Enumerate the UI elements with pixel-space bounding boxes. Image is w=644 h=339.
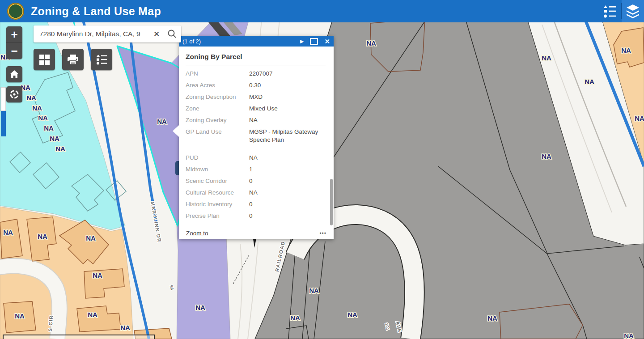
zoom-out-button[interactable]: − — [6, 43, 22, 59]
parcel-na-label: NA — [635, 114, 644, 122]
field-value: Mixed Use — [249, 105, 326, 113]
popup-fields: APN2207007Area Acres0.30Zoning Descripti… — [186, 68, 326, 222]
basemap-grid-icon — [39, 55, 50, 65]
basemap-gallery-button[interactable] — [34, 49, 55, 70]
popup-field-row: Precise Plan0 — [186, 210, 326, 222]
field-value: MGSP - Milpitas Gateway Specific Plan — [249, 128, 326, 144]
scale-bar — [3, 335, 154, 339]
feature-popup: (1 of 2) ▶ ✕ Zoning By Parcel APN2207007… — [179, 36, 334, 239]
parcel-na-label: NA — [32, 104, 42, 112]
parcel-na-label: NA — [50, 135, 59, 142]
field-label: Zoning Description — [186, 93, 249, 101]
search-icon — [167, 29, 177, 39]
popup-field-row: GP Land UseMGSP - Milpitas Gateway Speci… — [186, 126, 326, 146]
legend-button[interactable] — [598, 0, 621, 22]
edge-panel-scrollbar-track[interactable] — [1, 87, 6, 111]
layers-button[interactable] — [622, 0, 644, 22]
popup-title-divider — [186, 65, 326, 65]
parcel-na-label: NA — [621, 47, 631, 54]
field-value: 0 — [249, 200, 326, 208]
popup-field-row: Area Acres0.30 — [186, 80, 326, 91]
popup-more-button[interactable]: ••• — [319, 230, 326, 237]
parcel-na-label: NA — [3, 229, 13, 236]
locate-button[interactable] — [6, 86, 22, 102]
field-label: Historic Inventory — [186, 200, 249, 208]
field-label: Midtown — [186, 165, 249, 174]
field-label: Precise Plan — [186, 212, 249, 220]
parcel-na-label: NA — [15, 312, 25, 320]
popup-maximize-button[interactable] — [310, 38, 318, 45]
popup-titlebar: (1 of 2) ▶ ✕ — [179, 36, 334, 47]
home-button[interactable] — [6, 66, 22, 82]
parcel-na-label: NA — [366, 39, 376, 47]
popup-pointer — [173, 125, 179, 137]
search-clear-button[interactable]: ✕ — [150, 30, 163, 39]
parcel-na-label: NA — [195, 304, 205, 311]
parcel-na-label: NA — [585, 78, 594, 85]
parcel-na-label: NA — [487, 314, 497, 322]
field-value: 0 — [249, 212, 326, 220]
parcel-na-label: NA — [38, 114, 48, 122]
field-value: NA — [249, 116, 326, 124]
parcel-na-label: NA — [542, 153, 551, 160]
popup-close-button[interactable]: ✕ — [324, 38, 330, 45]
search-submit-button[interactable] — [163, 25, 181, 42]
parcel-na-label: NA — [44, 124, 54, 132]
parcel-na-label: NA — [542, 54, 551, 62]
parcel-na-label: NA — [120, 324, 130, 331]
popup-field-row: Historic Inventory0 — [186, 199, 326, 210]
field-label: Area Acres — [186, 81, 249, 89]
parcel-na-label: NA — [55, 145, 65, 153]
parcel-na-label: NA — [309, 287, 319, 294]
parcel-na-label: NA — [290, 314, 300, 322]
field-value: 0.30 — [249, 81, 326, 89]
popup-field-row: Zoning DescriptionMXD — [186, 91, 326, 103]
popup-field-row: Scenic Corridor0 — [186, 175, 326, 187]
legend-list-icon — [602, 4, 617, 18]
field-label: Zoning Overlay — [186, 116, 249, 124]
field-label: Scenic Corridor — [186, 177, 249, 185]
popup-field-row: PUDNA — [186, 152, 326, 164]
popup-field-row: Cultural ResourceNA — [186, 187, 326, 199]
street-name-label: S CIR — [47, 315, 54, 332]
search-bar: ✕ — [34, 25, 181, 42]
popup-title: Zoning By Parcel — [186, 51, 326, 61]
zoom-to-link[interactable]: Zoom to — [186, 230, 208, 237]
field-value: NA — [249, 154, 326, 162]
popup-footer: Zoom to ••• — [179, 227, 334, 239]
layers-icon — [625, 4, 640, 18]
home-icon — [9, 70, 19, 79]
field-label: Zone — [186, 105, 249, 113]
search-input[interactable] — [34, 30, 150, 38]
print-icon — [67, 54, 79, 65]
parcel-na-label: NA — [38, 233, 47, 240]
field-value: NA — [249, 189, 326, 197]
parcel-na-label: NA — [86, 234, 96, 242]
popup-field-row: Midtown1 — [186, 164, 326, 175]
app-header: Zoning & Land Use Map — [0, 0, 644, 22]
parcel-na-label: NA — [93, 271, 102, 279]
popup-field-row: ZoneMixed Use — [186, 103, 326, 114]
parcel-na-label: NA — [88, 311, 97, 318]
app-title: Zoning & Land Use Map — [31, 5, 161, 18]
layer-list-icon — [95, 54, 108, 65]
print-button[interactable] — [62, 49, 84, 70]
popup-body: Zoning By Parcel APN2207007Area Acres0.3… — [179, 47, 334, 239]
field-value: 1 — [249, 165, 326, 174]
zoom-in-button[interactable]: + — [6, 26, 22, 42]
parcel-na-label: NA — [26, 94, 36, 102]
field-label: Cultural Resource — [186, 189, 249, 197]
field-value: MXD — [249, 93, 326, 101]
city-seal-logo — [7, 3, 24, 20]
edge-panel-scrollbar-thumb[interactable] — [1, 111, 6, 136]
layer-list-button[interactable] — [91, 49, 112, 70]
popup-next-button[interactable]: ▶ — [300, 39, 304, 44]
field-label: GP Land Use — [186, 128, 249, 144]
popup-scrollbar[interactable] — [330, 179, 333, 225]
parcel-na-label: NA — [157, 118, 167, 125]
field-label: PUD — [186, 154, 249, 162]
field-value: 2207007 — [249, 70, 326, 78]
popup-field-row: APN2207007 — [186, 68, 326, 80]
field-label: APN — [186, 70, 249, 78]
parcel-na-label: NA — [624, 332, 634, 339]
